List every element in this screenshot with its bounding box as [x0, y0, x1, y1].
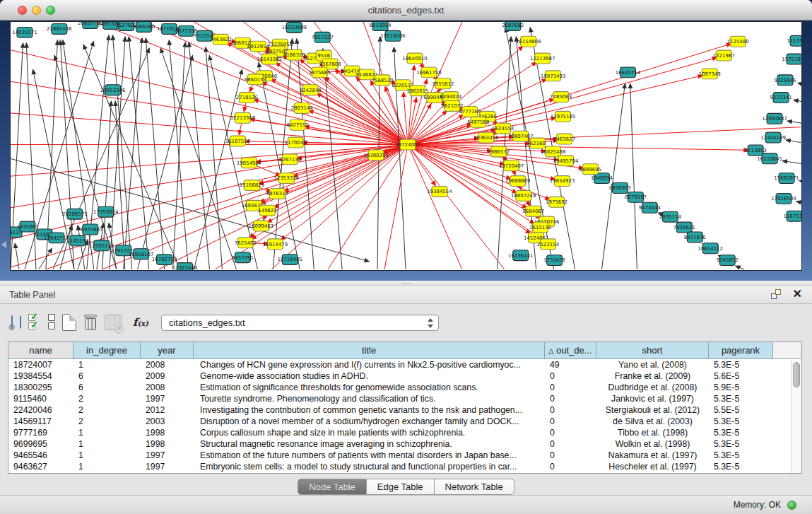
- graph-node[interactable]: 2803144: [291, 103, 314, 114]
- float-panel-icon[interactable]: [771, 288, 782, 299]
- graph-node[interactable]: 1862615: [406, 86, 428, 96]
- graph-node[interactable]: 9463627: [553, 134, 575, 144]
- graph-node[interactable]: 16645754: [616, 67, 641, 78]
- table-row[interactable]: 2242004622012Investigating the contribut…: [8, 404, 801, 416]
- graph-node[interactable]: 8466160: [133, 22, 155, 32]
- table-row[interactable]: 946362711997Embryonic stem cells: a mode…: [8, 461, 801, 472]
- graph-node[interactable]: 5875685: [309, 67, 331, 78]
- graph-node[interactable]: 1125480: [727, 36, 749, 47]
- network-canvas[interactable]: 1403557122891436208377851065328715276028…: [10, 21, 802, 271]
- graph-node[interactable]: 17016504: [771, 193, 796, 204]
- graph-node[interactable]: 15166825: [240, 180, 265, 191]
- graph-node[interactable]: 22891436: [47, 23, 72, 34]
- graph-node[interactable]: 8613054: [370, 22, 392, 30]
- table-vertical-scrollbar[interactable]: [791, 360, 801, 473]
- table-row[interactable]: 1938455462009Genome-wide association stu…: [8, 370, 801, 382]
- graph-node[interactable]: 1167533: [783, 211, 801, 221]
- graph-node[interactable]: 1170043: [285, 137, 307, 148]
- graph-node[interactable]: 8878314: [266, 188, 289, 199]
- graph-node[interactable]: 12975185: [551, 111, 576, 122]
- graph-node[interactable]: 9227341: [770, 93, 792, 103]
- graph-node[interactable]: 15751874: [782, 54, 801, 64]
- column-header-year[interactable]: year: [141, 342, 194, 359]
- graph-node[interactable]: 12444189: [760, 132, 786, 143]
- split-divider[interactable]: [0, 281, 812, 286]
- graph-node[interactable]: 1145194: [66, 235, 89, 246]
- table-settings-icon[interactable]: ⚙: [11, 316, 13, 329]
- graph-node[interactable]: 15692971: [774, 173, 799, 184]
- graph-node[interactable]: 1117534: [787, 35, 801, 46]
- graph-node[interactable]: 1097349: [699, 69, 721, 79]
- graph-node[interactable]: 8471876: [684, 232, 706, 243]
- graph-node[interactable]: 2718126: [236, 93, 258, 103]
- panel-collapse-arrow-icon[interactable]: [1, 241, 6, 248]
- graph-node[interactable]: 6679197: [625, 192, 647, 202]
- graph-node[interactable]: 16033809: [282, 22, 307, 33]
- graph-node[interactable]: 10688809: [505, 176, 531, 187]
- table-row[interactable]: 977716911998Corpus callosum shape and si…: [8, 427, 801, 438]
- graph-node[interactable]: 7955812: [432, 78, 454, 89]
- table-row[interactable]: 1456911722003Disruption of a novel membe…: [8, 416, 801, 427]
- graph-node[interactable]: 12923448: [172, 263, 198, 270]
- graph-node[interactable]: 18640910: [402, 53, 428, 64]
- graph-node[interactable]: 9474444: [639, 202, 661, 213]
- tab-node-table[interactable]: Node Table: [298, 479, 367, 495]
- graph-node[interactable]: 8938923: [609, 183, 631, 194]
- column-visibility-icon[interactable]: [20, 316, 21, 329]
- graph-node[interactable]: 30975887: [78, 224, 103, 235]
- graph-node[interactable]: 1221987: [713, 50, 735, 61]
- graph-node[interactable]: 9860133: [245, 74, 266, 85]
- graph-node[interactable]: 8267130: [279, 154, 301, 165]
- column-header-pagerank[interactable]: pagerank: [709, 342, 773, 359]
- function-builder-icon[interactable]: f(x): [133, 316, 148, 329]
- graph-node[interactable]: 12093887: [762, 113, 787, 124]
- graph-node[interactable]: 12213369: [230, 112, 256, 123]
- graph-node[interactable]: 7568520: [372, 75, 394, 86]
- graph-node[interactable]: 8427552: [287, 119, 309, 130]
- graph-node[interactable]: 6899695: [579, 164, 601, 175]
- graph-node[interactable]: 2522154: [537, 239, 560, 250]
- close-panel-icon[interactable]: ✕: [793, 288, 802, 299]
- tab-edge-table[interactable]: Edge Table: [367, 479, 435, 495]
- graph-node[interactable]: 1733426: [543, 255, 565, 266]
- graph-node[interactable]: 9329946: [775, 75, 796, 86]
- graph-node[interactable]: 549822: [258, 205, 277, 216]
- column-header-short[interactable]: short: [596, 342, 709, 359]
- table-row[interactable]: 1830029562008Estimation of significance …: [8, 382, 801, 393]
- graph-node[interactable]: 9457791: [232, 252, 254, 263]
- graph-node[interactable]: 1975692: [546, 197, 567, 207]
- new-table-icon[interactable]: [62, 314, 76, 331]
- graph-node[interactable]: 62160: [530, 138, 546, 148]
- column-header-out-degree[interactable]: △out_de...: [545, 342, 596, 359]
- graph-node[interactable]: 7986532: [488, 146, 510, 157]
- select-rows-icon[interactable]: ✓✓: [28, 314, 41, 331]
- table-row[interactable]: 946554611997Estimation of the future num…: [8, 450, 801, 461]
- delete-table-icon[interactable]: [83, 314, 98, 331]
- graph-node[interactable]: 8186328: [283, 49, 305, 60]
- graph-node[interactable]: 9245652: [717, 255, 739, 266]
- graph-node[interactable]: 2935114: [659, 211, 682, 222]
- tab-network-table[interactable]: Network Table: [435, 479, 514, 495]
- memory-ok-indicator[interactable]: [787, 501, 796, 510]
- graph-node[interactable]: 19384554: [427, 187, 452, 197]
- row-height-icon[interactable]: [48, 314, 55, 331]
- column-header-title[interactable]: title: [194, 342, 545, 359]
- table-row[interactable]: 911546021997Tourette syndrome. Phenomeno…: [8, 393, 801, 404]
- graph-node[interactable]: 9684067: [522, 206, 544, 216]
- graph-node[interactable]: 5624554: [492, 123, 514, 134]
- graph-node[interactable]: 16154808: [516, 36, 541, 47]
- graph-node[interactable]: 19218506: [380, 30, 406, 41]
- graph-node[interactable]: 7463822: [210, 34, 232, 45]
- graph-node[interactable]: 10973493: [541, 71, 566, 81]
- graph-node[interactable]: 16961758: [416, 67, 442, 78]
- graph-node[interactable]: 2687682: [502, 22, 524, 30]
- graph-node[interactable]: 16136141: [508, 250, 534, 261]
- graph-node[interactable]: 7485063: [550, 92, 572, 103]
- graph-node[interactable]: 10654112: [698, 243, 723, 254]
- graph-node[interactable]: 19720407: [499, 160, 524, 171]
- table-row[interactable]: 1872400712008Changes of HCN gene express…: [8, 359, 801, 370]
- table-select-dropdown[interactable]: citations_edges.txt: [161, 315, 439, 331]
- graph-node[interactable]: 6497568: [467, 117, 489, 127]
- column-header-in-degree[interactable]: in_degree: [73, 342, 141, 359]
- table-row[interactable]: 969969511998Structural magnetic resonanc…: [8, 438, 801, 450]
